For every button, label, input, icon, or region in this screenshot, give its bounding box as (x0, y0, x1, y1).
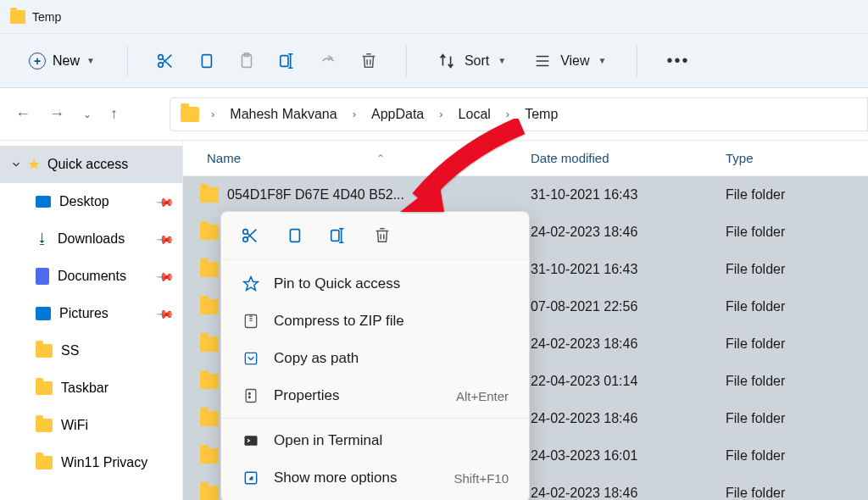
context-menu: Pin to Quick access Compress to ZIP file… (220, 211, 530, 500)
ctx-show-more[interactable]: Show more optionsShift+F10 (221, 459, 529, 497)
ctx-shortcut: Shift+F10 (453, 471, 509, 486)
view-button[interactable]: View ▼ (523, 52, 616, 70)
forward-button[interactable]: → (49, 105, 64, 123)
ctx-item-label: Open in Terminal (274, 432, 382, 449)
separator (127, 46, 128, 76)
trash-icon (373, 226, 392, 245)
recent-dropdown[interactable]: ⌄ (83, 108, 92, 120)
file-date: 24-02-2023 18:46 (520, 225, 715, 240)
sort-label: Sort (465, 53, 489, 69)
context-menu-list: Pin to Quick access Compress to ZIP file… (221, 260, 529, 500)
svg-rect-16 (245, 436, 258, 446)
sidebar-item-label: WiFi (61, 418, 88, 433)
ctx-item-label: Properties (274, 387, 339, 404)
sort-button[interactable]: Sort ▼ (427, 52, 516, 70)
plus-icon: + (29, 53, 46, 69)
chevron-right-icon: › (436, 108, 446, 120)
ctx-item-label: Copy as path (274, 350, 359, 367)
ctx-rename-button[interactable] (326, 224, 350, 247)
paste-icon (237, 52, 256, 70)
sidebar-item-wifi[interactable]: WiFi (0, 407, 182, 444)
rename-button[interactable] (270, 44, 304, 78)
star-outline-icon (242, 275, 260, 293)
ctx-item-label: Show more options (274, 469, 398, 486)
sidebar-item-pictures[interactable]: Pictures📌 (0, 295, 182, 332)
pictures-icon (36, 307, 51, 320)
navigation-row: ← → ⌄ ↑ › Mahesh Makvana › AppData › Loc… (0, 88, 868, 141)
separator (221, 418, 529, 419)
file-date: 24-02-2023 18:46 (520, 336, 715, 352)
folder-icon (200, 336, 219, 352)
folder-icon (200, 262, 219, 277)
ctx-cut-button[interactable] (238, 224, 262, 247)
column-date[interactable]: Date modified (520, 151, 715, 165)
pin-icon: 📌 (155, 266, 175, 286)
chevron-down-icon: ▼ (598, 56, 607, 65)
cut-button[interactable] (148, 44, 182, 78)
breadcrumb-item[interactable]: AppData (368, 107, 427, 122)
sidebar-item-desktop[interactable]: Desktop📌 (0, 183, 182, 220)
chevron-down-icon: ▼ (498, 56, 506, 65)
breadcrumb-item[interactable]: Temp (521, 107, 561, 122)
expand-icon (242, 469, 260, 487)
paste-button[interactable] (230, 44, 264, 78)
chevron-right-icon: › (503, 108, 513, 120)
address-bar[interactable]: › Mahesh Makvana › AppData › Local › Tem… (170, 97, 868, 131)
folder-icon (36, 456, 53, 469)
svg-marker-10 (244, 277, 259, 291)
ctx-pin-quick-access[interactable]: Pin to Quick access (221, 265, 529, 303)
breadcrumb-item[interactable]: Local (455, 107, 494, 122)
sidebar-item-taskbar[interactable]: Taskbar (0, 369, 182, 407)
column-name[interactable]: Name⌃ (183, 151, 520, 165)
file-date: 31-10-2021 16:43 (520, 187, 715, 203)
svg-point-7 (243, 237, 248, 242)
file-row[interactable]: 054D1F8F D67E 4D40 B52... 31-10-2021 16:… (183, 176, 868, 214)
folder-icon (200, 225, 219, 240)
separator (637, 46, 637, 76)
quick-access-header[interactable]: ★ Quick access (0, 146, 182, 183)
view-icon (533, 52, 552, 70)
sort-asc-icon: ⌃ (376, 153, 385, 164)
share-icon (319, 52, 337, 70)
sidebar-item-win11privacy[interactable]: Win11 Privacy (0, 444, 182, 481)
chevron-down-icon (10, 158, 22, 170)
file-type: File folder (715, 411, 868, 426)
ctx-compress-zip[interactable]: Compress to ZIP file (221, 303, 529, 340)
file-date: 24-03-2023 16:01 (520, 448, 715, 464)
folder-icon (36, 344, 53, 358)
terminal-icon (242, 431, 260, 450)
file-date: 24-02-2023 18:46 (520, 411, 715, 426)
svg-rect-9 (331, 231, 339, 242)
ctx-properties[interactable]: PropertiesAlt+Enter (221, 377, 529, 414)
chevron-right-icon: › (349, 108, 359, 120)
quick-access-label: Quick access (47, 157, 128, 172)
separator (406, 46, 407, 76)
svg-rect-12 (245, 353, 256, 364)
up-button[interactable]: ↑ (110, 105, 118, 123)
star-icon: ★ (27, 155, 41, 174)
file-date: 24-02-2023 18:46 (520, 486, 715, 500)
ctx-item-label: Compress to ZIP file (274, 313, 404, 330)
view-label: View (560, 53, 589, 69)
column-type[interactable]: Type (715, 151, 868, 165)
new-button[interactable]: + New ▼ (17, 47, 107, 75)
sidebar-item-documents[interactable]: Documents📌 (0, 258, 182, 295)
svg-rect-2 (202, 54, 211, 67)
ctx-open-terminal[interactable]: Open in Terminal (221, 422, 529, 459)
ctx-delete-button[interactable] (370, 224, 394, 247)
sidebar-item-ss[interactable]: SS (0, 332, 182, 369)
share-button[interactable] (311, 44, 345, 78)
toolbar: + New ▼ Sort ▼ View ▼ ••• (0, 34, 868, 88)
more-button[interactable]: ••• (658, 51, 698, 70)
back-button[interactable]: ← (15, 105, 31, 123)
copy-button[interactable] (189, 44, 223, 78)
titlebar: Temp (0, 0, 868, 34)
ctx-copy-button[interactable] (282, 224, 306, 247)
nav-controls: ← → ⌄ ↑ (0, 105, 170, 123)
breadcrumb-item[interactable]: Mahesh Makvana (226, 107, 340, 122)
file-type: File folder (715, 486, 868, 500)
svg-rect-8 (290, 230, 299, 242)
delete-button[interactable] (352, 44, 386, 78)
sidebar-item-downloads[interactable]: ⭳Downloads📌 (0, 220, 182, 258)
ctx-copy-path[interactable]: Copy as path (221, 340, 529, 377)
